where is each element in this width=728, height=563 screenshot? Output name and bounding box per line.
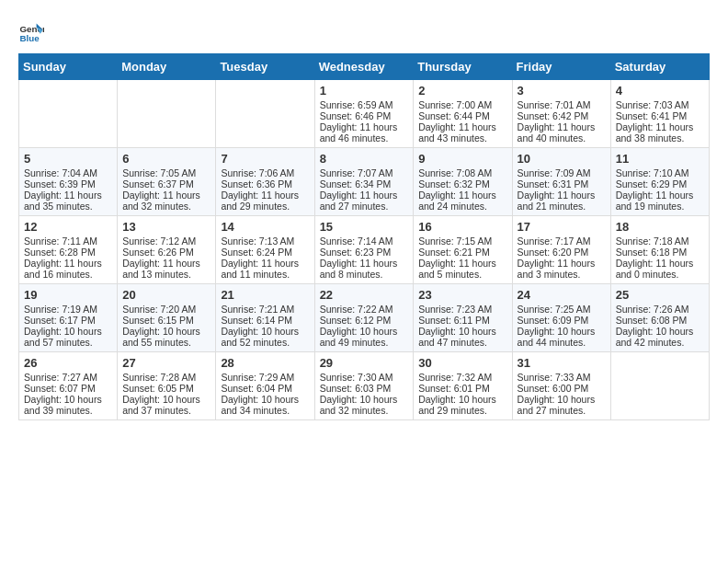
day-info-line: Daylight: 10 hours [24,326,112,337]
day-number: 1 [320,84,409,98]
day-info-line: and 35 minutes. [24,201,112,212]
day-number: 2 [418,84,506,98]
calendar-day-cell: 16Sunrise: 7:15 AMSunset: 6:21 PMDayligh… [414,216,512,284]
day-info-line: Daylight: 10 hours [221,326,309,337]
calendar-day-cell: 22Sunrise: 7:22 AMSunset: 6:12 PMDayligh… [314,284,414,352]
calendar-table: SundayMondayTuesdayWednesdayThursdayFrid… [18,53,710,420]
day-info-line: and 3 minutes. [518,269,606,280]
empty-day-cell [610,352,709,420]
day-info-line: Sunrise: 7:09 AM [518,167,606,178]
day-info-line: Sunrise: 7:01 AM [518,99,606,110]
column-header-monday: Monday [118,54,216,80]
day-number: 30 [418,356,506,370]
day-info-line: Daylight: 11 hours [320,258,409,269]
day-number: 8 [320,152,409,166]
day-number: 6 [122,152,210,166]
day-number: 21 [221,288,309,302]
day-info-line: Daylight: 10 hours [320,326,409,337]
day-info-line: and 0 minutes. [616,269,704,280]
day-number: 28 [221,356,309,370]
day-info-line: and 29 minutes. [418,405,506,416]
day-info-line: Sunset: 6:09 PM [518,315,606,326]
day-info-line: Sunset: 6:31 PM [518,178,606,190]
calendar-day-cell: 1Sunrise: 6:59 AMSunset: 6:46 PMDaylight… [314,80,414,148]
calendar-day-cell: 19Sunrise: 7:19 AMSunset: 6:17 PMDayligh… [19,284,118,352]
day-info-line: Sunrise: 7:18 AM [616,236,704,247]
day-info-line: Sunset: 6:29 PM [616,178,704,190]
day-info-line: Sunset: 6:34 PM [320,178,409,190]
day-info-line: and 57 minutes. [24,337,112,348]
calendar-day-cell: 28Sunrise: 7:29 AMSunset: 6:04 PMDayligh… [216,352,314,420]
day-number: 5 [24,152,112,166]
day-info-line: and 44 minutes. [518,337,606,348]
day-info-line: Sunset: 6:36 PM [221,178,309,190]
day-info-line: Sunset: 6:00 PM [518,383,606,394]
day-info-line: Sunrise: 7:19 AM [24,304,112,315]
day-info-line: Sunset: 6:32 PM [418,178,506,190]
day-info-line: Daylight: 11 hours [418,190,506,201]
calendar-day-cell: 5Sunrise: 7:04 AMSunset: 6:39 PMDaylight… [19,148,118,216]
day-number: 4 [616,84,704,98]
day-info-line: Sunset: 6:03 PM [320,383,409,394]
day-info-line: Daylight: 11 hours [122,258,210,269]
day-info-line: Sunset: 6:24 PM [221,247,309,258]
day-info-line: Sunrise: 7:20 AM [122,304,210,315]
calendar-day-cell: 11Sunrise: 7:10 AMSunset: 6:29 PMDayligh… [610,148,709,216]
day-info-line: Sunrise: 7:11 AM [24,236,112,247]
calendar-day-cell: 13Sunrise: 7:12 AMSunset: 6:26 PMDayligh… [118,216,216,284]
logo: General Blue [18,18,48,44]
calendar-week-row: 26Sunrise: 7:27 AMSunset: 6:07 PMDayligh… [19,352,710,420]
day-number: 10 [518,152,606,166]
day-info-line: Daylight: 11 hours [221,190,309,201]
day-number: 22 [320,288,409,302]
day-number: 24 [518,288,606,302]
day-info-line: Sunrise: 7:23 AM [418,304,506,315]
day-info-line: Daylight: 10 hours [24,394,112,405]
day-info-line: and 49 minutes. [320,337,409,348]
day-info-line: Daylight: 11 hours [24,258,112,269]
calendar-day-cell: 30Sunrise: 7:32 AMSunset: 6:01 PMDayligh… [414,352,512,420]
calendar-day-cell: 12Sunrise: 7:11 AMSunset: 6:28 PMDayligh… [19,216,118,284]
day-number: 14 [221,220,309,234]
day-info-line: and 42 minutes. [616,337,704,348]
day-info-line: Sunset: 6:07 PM [24,383,112,394]
day-info-line: Sunset: 6:23 PM [320,247,409,258]
day-info-line: Sunrise: 7:15 AM [418,236,506,247]
calendar-day-cell: 29Sunrise: 7:30 AMSunset: 6:03 PMDayligh… [314,352,414,420]
day-info-line: Sunrise: 6:59 AM [320,99,409,110]
day-info-line: Daylight: 10 hours [122,326,210,337]
day-info-line: Sunrise: 7:12 AM [122,236,210,247]
day-info-line: and 8 minutes. [320,269,409,280]
day-info-line: Sunrise: 7:30 AM [320,372,409,383]
day-info-line: Sunrise: 7:33 AM [518,372,606,383]
day-info-line: Sunset: 6:17 PM [24,315,112,326]
day-info-line: Sunset: 6:20 PM [518,247,606,258]
day-info-line: Sunset: 6:04 PM [221,383,309,394]
day-info-line: Daylight: 10 hours [320,394,409,405]
day-info-line: Sunset: 6:46 PM [320,110,409,121]
day-number: 11 [616,152,704,166]
calendar-day-cell: 24Sunrise: 7:25 AMSunset: 6:09 PMDayligh… [512,284,610,352]
day-info-line: Sunset: 6:39 PM [24,178,112,190]
day-info-line: Daylight: 10 hours [418,394,506,405]
calendar-day-cell: 27Sunrise: 7:28 AMSunset: 6:05 PMDayligh… [118,352,216,420]
calendar-day-cell: 23Sunrise: 7:23 AMSunset: 6:11 PMDayligh… [414,284,512,352]
calendar-day-cell: 7Sunrise: 7:06 AMSunset: 6:36 PMDaylight… [216,148,314,216]
day-info-line: Sunrise: 7:27 AM [24,372,112,383]
day-info-line: and 52 minutes. [221,337,309,348]
day-info-line: Sunset: 6:05 PM [122,383,210,394]
day-info-line: and 37 minutes. [122,405,210,416]
day-info-line: Daylight: 10 hours [122,394,210,405]
day-info-line: and 19 minutes. [616,201,704,212]
day-info-line: and 40 minutes. [518,132,606,144]
day-info-line: and 29 minutes. [221,201,309,212]
day-info-line: Daylight: 11 hours [418,121,506,132]
day-info-line: Sunset: 6:26 PM [122,247,210,258]
day-number: 23 [418,288,506,302]
calendar-header-row: SundayMondayTuesdayWednesdayThursdayFrid… [19,54,710,80]
day-info-line: Sunrise: 7:21 AM [221,304,309,315]
calendar-day-cell: 17Sunrise: 7:17 AMSunset: 6:20 PMDayligh… [512,216,610,284]
day-info-line: Sunrise: 7:29 AM [221,372,309,383]
day-info-line: Daylight: 11 hours [24,190,112,201]
day-info-line: and 32 minutes. [320,405,409,416]
